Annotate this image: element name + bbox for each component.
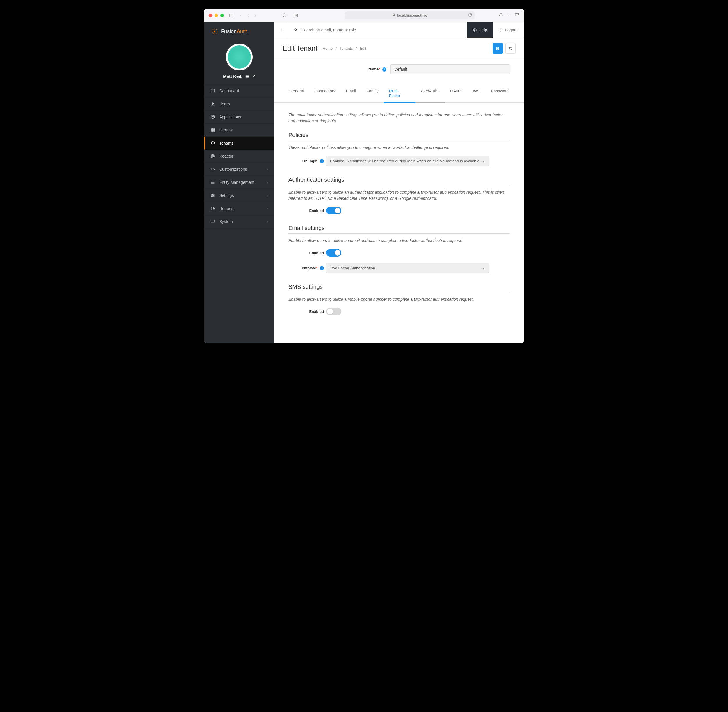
code-icon bbox=[210, 167, 215, 172]
pie-chart-icon bbox=[210, 206, 215, 211]
tabs-overview-icon[interactable] bbox=[515, 12, 519, 18]
section-desc: Enable to allow users to utilize an emai… bbox=[289, 237, 510, 244]
sms-section: SMS settings Enable to allow users to ut… bbox=[289, 283, 510, 315]
info-icon[interactable]: i bbox=[320, 266, 324, 270]
nav-label: Settings bbox=[219, 193, 234, 198]
browser-toolbar: ⌄ ‹ › local.fusionauth.io + bbox=[204, 9, 524, 22]
sidebar: FusionAuth Matt Keib Dashboard Users bbox=[204, 22, 274, 343]
tab-general[interactable]: General bbox=[284, 86, 309, 102]
on-login-label: On login i bbox=[289, 159, 326, 163]
nav-users[interactable]: Users bbox=[204, 98, 274, 111]
tab-webauthn[interactable]: WebAuthn bbox=[416, 86, 445, 102]
sidebar-toggle-icon[interactable] bbox=[227, 11, 235, 19]
template-label: Template* i bbox=[289, 266, 326, 270]
list-icon bbox=[210, 180, 215, 185]
svg-marker-18 bbox=[211, 141, 215, 143]
nav-reactor[interactable]: Reactor bbox=[204, 150, 274, 163]
close-window-button[interactable] bbox=[209, 14, 212, 17]
nav-customizations[interactable]: Customizations ‹ bbox=[204, 163, 274, 176]
svg-rect-32 bbox=[211, 220, 215, 222]
crumb-tenants[interactable]: Tenants bbox=[340, 46, 353, 50]
nav-applications[interactable]: Applications bbox=[204, 111, 274, 124]
page-header: Edit Tenant Home / Tenants / Edit bbox=[274, 38, 524, 59]
logout-icon bbox=[499, 28, 503, 32]
monitor-icon bbox=[210, 219, 215, 224]
nav-label: Tenants bbox=[219, 141, 234, 145]
info-icon[interactable]: i bbox=[320, 159, 324, 163]
tab-connectors[interactable]: Connectors bbox=[309, 86, 341, 102]
svg-rect-8 bbox=[246, 75, 249, 77]
help-button[interactable]: Help bbox=[467, 22, 493, 37]
save-icon bbox=[496, 46, 500, 50]
nav-back-icon[interactable]: ‹ bbox=[247, 12, 249, 18]
on-login-select[interactable]: Enabled. A challenge will be required du… bbox=[326, 156, 489, 166]
refresh-icon[interactable] bbox=[468, 13, 472, 18]
email-enabled-toggle[interactable] bbox=[326, 249, 341, 257]
sms-enabled-toggle[interactable] bbox=[326, 308, 341, 315]
new-tab-icon[interactable]: + bbox=[508, 12, 510, 18]
avatar bbox=[226, 44, 253, 70]
section-title: Email settings bbox=[289, 225, 510, 234]
nav-label: Applications bbox=[219, 114, 241, 119]
share-icon[interactable] bbox=[499, 12, 503, 18]
name-label: Name* i bbox=[274, 67, 386, 71]
logout-button[interactable]: Logout bbox=[493, 22, 524, 37]
brand-logo[interactable]: FusionAuth bbox=[204, 22, 274, 41]
sliders-icon bbox=[210, 193, 215, 198]
nav-reports[interactable]: Reports ‹ bbox=[204, 202, 274, 215]
user-profile[interactable]: Matt Keib bbox=[204, 41, 274, 84]
logo-icon bbox=[211, 28, 218, 35]
id-card-icon bbox=[245, 74, 249, 79]
nav-label: Users bbox=[219, 101, 230, 106]
shield-icon[interactable] bbox=[281, 11, 289, 19]
chevron-down-icon[interactable]: ⌄ bbox=[239, 13, 241, 17]
nav-groups[interactable]: Groups bbox=[204, 124, 274, 137]
chevron-left-icon: ‹ bbox=[267, 220, 268, 223]
nav-system[interactable]: System ‹ bbox=[204, 215, 274, 228]
maximize-window-button[interactable] bbox=[220, 14, 224, 17]
address-bar[interactable]: local.fusionauth.io bbox=[345, 11, 475, 19]
svg-rect-0 bbox=[230, 14, 233, 17]
layers-icon bbox=[210, 141, 215, 145]
section-title: Authenticator settings bbox=[289, 177, 510, 185]
tab-email[interactable]: Email bbox=[340, 86, 361, 102]
nav-label: Dashboard bbox=[219, 88, 239, 93]
crumb-home[interactable]: Home bbox=[323, 46, 333, 50]
dashboard-icon bbox=[210, 88, 215, 93]
tenant-name-input[interactable] bbox=[391, 64, 510, 74]
search-input[interactable] bbox=[302, 28, 462, 32]
minimize-window-button[interactable] bbox=[215, 14, 218, 17]
groups-icon bbox=[210, 128, 215, 132]
svg-rect-16 bbox=[211, 130, 213, 132]
breadcrumb: Home / Tenants / Edit bbox=[323, 46, 366, 50]
tab-family[interactable]: Family bbox=[361, 86, 383, 102]
nav-label: Reactor bbox=[219, 154, 234, 159]
nav-list: Dashboard Users Applications Groups Tena… bbox=[204, 84, 274, 228]
section-desc: These multi-factor policies allow you to… bbox=[289, 145, 510, 151]
tab-password[interactable]: Password bbox=[486, 86, 514, 102]
svg-rect-39 bbox=[497, 47, 498, 48]
nav-entity-management[interactable]: Entity Management ‹ bbox=[204, 176, 274, 189]
page-title: Edit Tenant bbox=[283, 44, 318, 52]
nav-forward-icon[interactable]: › bbox=[255, 12, 256, 18]
info-icon[interactable]: i bbox=[382, 67, 386, 71]
authenticator-enabled-toggle[interactable] bbox=[326, 207, 341, 214]
tab-oauth[interactable]: OAuth bbox=[445, 86, 467, 102]
tab-jwt[interactable]: JWT bbox=[467, 86, 486, 102]
tab-multi-factor[interactable]: Multi-Factor bbox=[384, 86, 416, 102]
topbar: Help Logout bbox=[274, 22, 524, 38]
search-icon bbox=[294, 28, 298, 32]
back-button[interactable] bbox=[505, 43, 516, 53]
save-button[interactable] bbox=[493, 43, 503, 53]
reader-icon[interactable] bbox=[292, 11, 300, 19]
collapse-sidebar-button[interactable] bbox=[274, 22, 289, 37]
policies-section: Policies These multi-factor policies all… bbox=[289, 132, 510, 166]
crumb-current: Edit bbox=[360, 46, 366, 50]
svg-point-31 bbox=[212, 196, 212, 197]
nav-dashboard[interactable]: Dashboard bbox=[204, 85, 274, 98]
lock-icon bbox=[392, 13, 395, 18]
nav-settings[interactable]: Settings ‹ bbox=[204, 189, 274, 202]
svg-rect-5 bbox=[515, 14, 518, 16]
email-template-select[interactable]: Two Factor Authentication bbox=[326, 263, 489, 273]
nav-tenants[interactable]: Tenants bbox=[204, 137, 274, 150]
